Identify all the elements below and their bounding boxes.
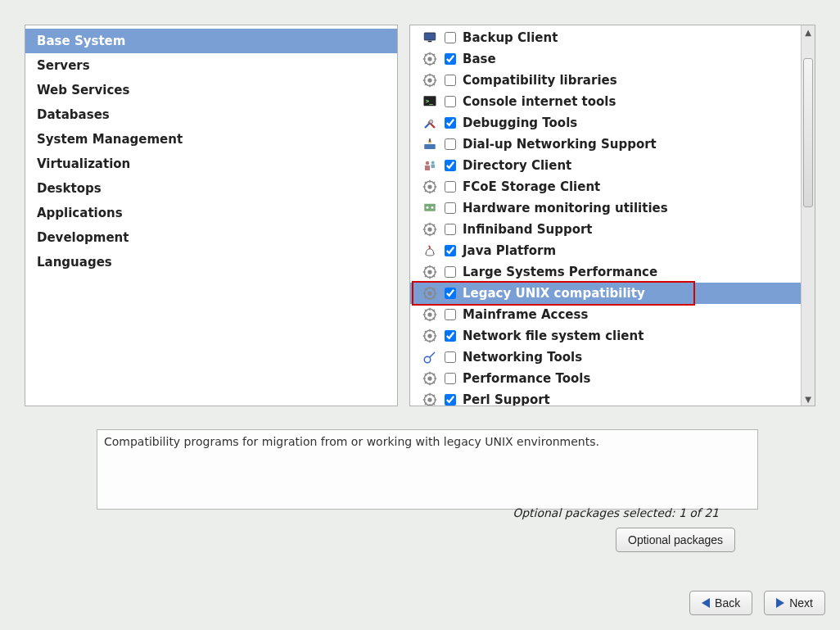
nav-buttons: Back Next <box>689 591 825 615</box>
category-item[interactable]: Servers <box>25 53 397 78</box>
package-item[interactable]: Directory Client <box>410 155 801 176</box>
svg-point-67 <box>427 291 431 295</box>
package-list-scroll[interactable]: Backup ClientBaseCompatibility libraries… <box>410 25 801 406</box>
java-icon <box>422 242 438 259</box>
category-list[interactable]: Base SystemServersWeb ServicesDatabasesS… <box>25 25 397 274</box>
package-list: Backup ClientBaseCompatibility libraries… <box>410 25 801 406</box>
package-item[interactable]: Base <box>410 48 801 70</box>
svg-rect-42 <box>424 204 436 211</box>
package-label: FCoE Storage Client <box>463 178 600 196</box>
package-item[interactable]: Mainframe Access <box>410 304 801 325</box>
package-checkbox[interactable] <box>445 202 456 214</box>
category-item[interactable]: System Management <box>25 127 397 152</box>
nettool-icon <box>422 349 438 365</box>
svg-rect-0 <box>424 33 436 40</box>
package-checkbox[interactable] <box>445 53 456 65</box>
category-item[interactable]: Desktops <box>25 176 397 201</box>
package-checkbox[interactable] <box>445 288 456 299</box>
optional-packages-label: Optional packages <box>628 533 723 546</box>
package-item[interactable]: Performance Tools <box>410 368 801 389</box>
category-item[interactable]: Applications <box>25 201 397 225</box>
gear-icon <box>422 221 438 238</box>
svg-text:>_: >_ <box>426 97 434 105</box>
category-panel: Base SystemServersWeb ServicesDatabasesS… <box>25 25 398 406</box>
category-item[interactable]: Languages <box>25 250 397 274</box>
scroll-thumb[interactable] <box>803 58 813 207</box>
category-item[interactable]: Development <box>25 225 397 250</box>
package-item[interactable]: Legacy UNIX compatibility <box>410 283 801 304</box>
package-checkbox[interactable] <box>445 224 456 235</box>
package-label: Compatibility libraries <box>463 71 617 89</box>
package-item[interactable]: Perl Support <box>410 389 801 406</box>
description-text: Compatibility programs for migration fro… <box>104 435 599 448</box>
package-label: Hardware monitoring utilities <box>463 199 668 217</box>
hw-icon <box>422 200 438 216</box>
package-item[interactable]: Dial-up Networking Support <box>410 134 801 155</box>
package-item[interactable]: Networking Tools <box>410 347 801 368</box>
directory-icon <box>422 157 438 174</box>
scroll-up-icon[interactable]: ▲ <box>802 25 815 39</box>
next-label: Next <box>789 596 813 610</box>
package-checkbox[interactable] <box>445 138 456 150</box>
package-checkbox[interactable] <box>445 181 456 193</box>
package-checkbox[interactable] <box>445 373 456 384</box>
package-item[interactable]: Backup Client <box>410 27 801 48</box>
package-label: Large Systems Performance <box>463 263 657 281</box>
gear-icon <box>422 306 438 323</box>
package-item[interactable]: FCoE Storage Client <box>410 176 801 197</box>
package-item[interactable]: Compatibility libraries <box>410 70 801 91</box>
optional-packages-button[interactable]: Optional packages <box>616 528 735 552</box>
scroll-down-icon[interactable]: ▼ <box>802 392 815 406</box>
svg-rect-29 <box>425 165 430 170</box>
package-label: Debugging Tools <box>463 114 577 132</box>
category-item[interactable]: Virtualization <box>25 152 397 176</box>
display-icon <box>422 29 438 46</box>
package-item[interactable]: Hardware monitoring utilities <box>410 197 801 219</box>
package-label: Mainframe Access <box>463 306 588 324</box>
scrollbar[interactable]: ▲ ▼ <box>801 25 815 406</box>
package-item[interactable]: Debugging Tools <box>410 112 801 134</box>
svg-point-43 <box>427 206 429 209</box>
status-text: Optional packages selected: 1 of 21 <box>513 506 719 519</box>
package-checkbox[interactable] <box>445 394 456 406</box>
svg-point-46 <box>427 227 431 231</box>
package-label: Console internet tools <box>463 93 616 111</box>
description-box: Compatibility programs for migration fro… <box>97 429 758 510</box>
svg-point-13 <box>427 78 431 82</box>
gear-icon <box>422 328 438 344</box>
package-checkbox[interactable] <box>445 32 456 43</box>
svg-point-44 <box>431 206 434 209</box>
package-checkbox[interactable] <box>445 266 456 278</box>
package-checkbox[interactable] <box>445 160 456 171</box>
package-checkbox[interactable] <box>445 309 456 320</box>
package-item[interactable]: Large Systems Performance <box>410 261 801 283</box>
svg-rect-1 <box>428 41 432 43</box>
package-checkbox[interactable] <box>445 96 456 107</box>
package-item[interactable]: >_Console internet tools <box>410 91 801 112</box>
svg-point-24 <box>429 120 433 124</box>
package-item[interactable]: Network file system client <box>410 325 801 347</box>
package-item[interactable]: Infiniband Support <box>410 219 801 240</box>
package-item[interactable]: Java Platform <box>410 240 801 261</box>
back-button[interactable]: Back <box>689 591 752 615</box>
svg-rect-27 <box>429 138 431 142</box>
panels-container: Base SystemServersWeb ServicesDatabasesS… <box>25 25 815 406</box>
package-checkbox[interactable] <box>445 75 456 86</box>
package-checkbox[interactable] <box>445 117 456 129</box>
package-label: Java Platform <box>463 242 556 260</box>
gear-icon <box>422 264 438 280</box>
category-item[interactable]: Base System <box>25 29 397 53</box>
package-label: Perl Support <box>463 391 550 406</box>
svg-point-77 <box>427 312 431 316</box>
arrow-right-icon <box>776 598 784 608</box>
svg-point-109 <box>427 397 431 401</box>
next-button[interactable]: Next <box>764 591 825 615</box>
package-checkbox[interactable] <box>445 330 456 342</box>
gear-icon <box>422 179 438 195</box>
package-label: Infiniband Support <box>463 220 593 238</box>
svg-point-96 <box>424 356 431 363</box>
package-checkbox[interactable] <box>445 351 456 363</box>
category-item[interactable]: Web Services <box>25 78 397 102</box>
package-checkbox[interactable] <box>445 245 456 256</box>
category-item[interactable]: Databases <box>25 102 397 127</box>
